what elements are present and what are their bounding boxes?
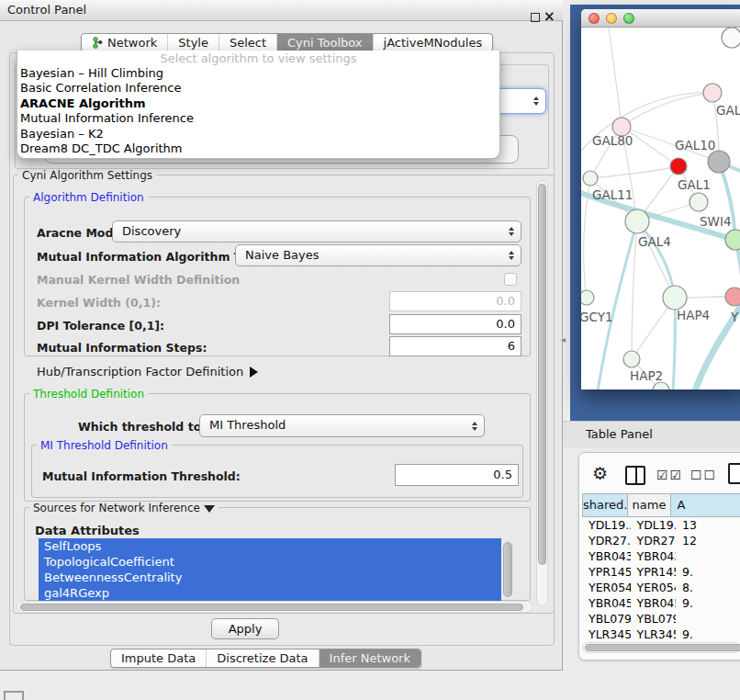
table-cell[interactable]: 13 — [676, 517, 740, 533]
table-cell[interactable]: 9. — [676, 564, 740, 580]
attribute-list-item[interactable]: SelfLoops — [39, 538, 501, 554]
network-node-gcy1[interactable] — [581, 290, 594, 305]
mi-type-combo[interactable]: Naive Bayes — [235, 244, 521, 266]
attribute-list-item[interactable]: TopologicalCoefficient — [39, 554, 501, 570]
table-cell[interactable]: YBL079W — [631, 611, 677, 627]
table-cell[interactable]: YBR043C — [582, 548, 631, 564]
network-node[interactable] — [653, 382, 669, 390]
network-edge-highlighted[interactable] — [673, 298, 675, 390]
network-node-gal4[interactable] — [625, 209, 649, 233]
settings-vertical-scrollbar-thumb[interactable] — [538, 184, 546, 565]
table-cell[interactable] — [676, 611, 740, 627]
table-cell[interactable]: YDL19... — [631, 517, 677, 533]
close-traffic-light-icon[interactable] — [589, 13, 600, 24]
table-cell[interactable]: 9. — [676, 627, 740, 642]
close-icon[interactable]: × — [544, 8, 555, 25]
settings-horizontal-scrollbar-thumb[interactable] — [20, 604, 523, 611]
zoom-traffic-light-icon[interactable] — [623, 13, 634, 24]
table-cell[interactable]: YBR045C — [631, 595, 677, 611]
attributes-list-scrollbar-thumb[interactable] — [503, 542, 512, 597]
network-node-gal[interactable] — [703, 84, 722, 102]
algorithm-option[interactable]: Basic Correlation Inference — [17, 81, 499, 96]
algorithm-option[interactable]: Bayesian – K2 — [17, 127, 499, 141]
table-cell[interactable]: YER054C — [582, 580, 631, 595]
splitter-collapse-icon[interactable]: ◂ — [561, 334, 566, 344]
table-cell[interactable]: YDL19... — [582, 517, 631, 533]
network-node-gal11[interactable] — [583, 171, 598, 186]
mi-threshold-field[interactable]: 0.5 — [395, 464, 519, 486]
table-cell[interactable]: 8. — [676, 580, 740, 595]
table-cell[interactable]: YDR27... — [582, 533, 631, 548]
float-window-icon[interactable] — [531, 13, 540, 22]
network-node-hap2[interactable] — [623, 351, 640, 367]
network-node[interactable] — [670, 158, 687, 175]
tab-impute-data[interactable]: Impute Data — [111, 649, 206, 667]
deselect-all-checks-icon[interactable]: ☐☐ — [690, 468, 717, 482]
network-edge[interactable] — [590, 166, 678, 178]
table-column-header[interactable]: name — [628, 493, 670, 517]
tab-style[interactable]: Style — [167, 34, 219, 51]
table-row[interactable]: YER054CYER054C8. — [582, 580, 740, 595]
table-cell[interactable] — [676, 548, 740, 564]
network-node-gal10[interactable] — [708, 151, 730, 173]
hub-definition-expander[interactable]: Hub/Transcription Factor Definition — [37, 365, 258, 378]
tab-infer-network[interactable]: Infer Network — [319, 649, 420, 667]
table-horizontal-scrollbar-thumb[interactable] — [585, 644, 740, 651]
table-cell[interactable]: YPR145W — [631, 564, 677, 580]
table-settings-gear-icon[interactable]: ⚙ — [592, 463, 608, 483]
apply-button[interactable]: Apply — [211, 618, 279, 639]
network-edge[interactable] — [637, 221, 675, 298]
table-cell[interactable]: YLR345W — [582, 627, 631, 642]
table-row[interactable]: YPR145WYPR145W9. — [582, 564, 740, 580]
aracne-mode-combo[interactable]: Discovery — [112, 220, 521, 243]
table-column-header[interactable]: A — [671, 493, 740, 517]
tab-network[interactable]: Network — [82, 34, 167, 51]
tab-cyni-toolbox[interactable]: Cyni Toolbox — [276, 34, 373, 51]
algorithm-option[interactable]: Dream8 DC_TDC Algorithm — [17, 141, 499, 156]
manual-kernel-checkbox[interactable] — [504, 273, 517, 286]
table-cell[interactable]: YBL079W — [582, 611, 631, 627]
table-cell[interactable]: 12 — [676, 533, 740, 548]
table-cell[interactable]: YDR27... — [631, 533, 677, 548]
attribute-list-item[interactable]: gal4RGexp — [39, 585, 501, 601]
split-columns-icon[interactable] — [625, 466, 645, 485]
network-edge[interactable] — [609, 28, 622, 127]
sources-collapse-toggle[interactable]: Sources for Network Inference — [29, 502, 219, 514]
table-cell[interactable]: 9. — [676, 595, 740, 611]
minimize-traffic-light-icon[interactable] — [606, 13, 617, 24]
tab-select[interactable]: Select — [219, 34, 276, 51]
algorithm-option[interactable]: ARACNE Algorithm — [17, 96, 499, 111]
docked-panel-icon[interactable] — [4, 691, 24, 700]
network-window-titlebar[interactable] — [581, 9, 740, 28]
algorithm-option[interactable]: Mutual Information Inference — [17, 111, 499, 126]
algorithm-select-combo-fragment[interactable] — [499, 88, 546, 114]
tab-jactivemnodules[interactable]: jActiveMNodules — [373, 34, 493, 51]
table-row[interactable]: YBL079WYBL079W — [582, 611, 740, 627]
table-column-header[interactable]: shared... — [582, 493, 628, 517]
select-all-checks-icon[interactable]: ☑☑ — [656, 468, 683, 482]
table-cell[interactable]: YBR043C — [631, 548, 677, 564]
table-row[interactable]: YBR045CYBR045C9. — [582, 595, 740, 611]
dpi-tolerance-field[interactable]: 0.0 — [389, 314, 521, 334]
table-row[interactable]: YLR345WYLR345W9. — [582, 627, 740, 642]
new-table-document-icon[interactable] — [728, 463, 740, 484]
table-row[interactable]: YDR27...YDR27...12 — [582, 533, 740, 548]
network-node-y[interactable] — [725, 288, 740, 306]
attribute-list-item[interactable]: BetweennessCentrality — [39, 570, 501, 585]
network-canvas[interactable]: GALGAL80GAL10GAL11GAL1GAL4SWI4GCY1HAP4YH… — [581, 28, 740, 390]
table-row[interactable]: YDL19...YDL19...13 — [582, 517, 740, 533]
data-attributes-list[interactable]: SelfLoopsTopologicalCoefficientBetweenne… — [39, 538, 501, 601]
network-node-gal1[interactable] — [690, 193, 708, 211]
mi-steps-field[interactable]: 6 — [389, 336, 521, 356]
network-node-swi4[interactable] — [725, 230, 740, 250]
table-cell[interactable]: YPR145W — [582, 564, 631, 580]
tab-discretize-data[interactable]: Discretize Data — [206, 649, 318, 667]
algorithm-option[interactable]: Bayesian – Hill Climbing — [17, 66, 499, 81]
table-row[interactable]: YBR043CYBR043C — [582, 548, 740, 564]
table-cell[interactable]: YBR045C — [582, 595, 631, 611]
network-node-hap4[interactable] — [663, 286, 687, 310]
table-cell[interactable]: YLR345W — [631, 627, 677, 642]
which-threshold-combo[interactable]: MI Threshold — [199, 414, 485, 437]
table-cell[interactable]: YER054C — [631, 580, 677, 595]
kernel-width-field[interactable]: 0.0 — [389, 291, 521, 311]
